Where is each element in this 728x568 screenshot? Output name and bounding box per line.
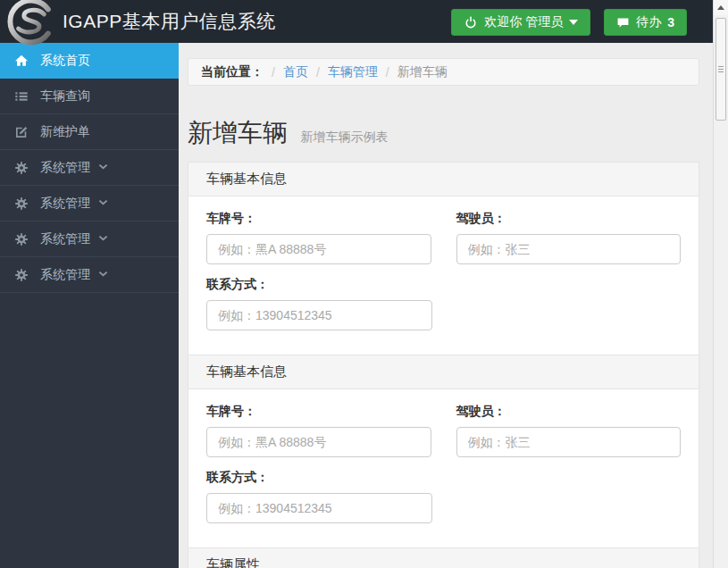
section-body-basic-info-2: 车牌号： 驾驶员： 联系方式： [188,389,699,548]
chevron-down-icon [97,233,109,245]
sidebar-item-vehicle-query[interactable]: 车辆查询 [0,79,179,114]
home-icon [14,54,29,68]
gear-icon [14,196,29,211]
power-icon [464,15,478,29]
breadcrumb-link-home[interactable]: 首页 [283,64,308,80]
breadcrumb: 当前位置： / 首页 / 车辆管理 / 新增车辆 [188,58,699,86]
driver-input[interactable] [456,234,682,264]
section-body-basic-info-1: 车牌号： 驾驶员： 联系方式： [188,196,699,355]
gear-icon [14,232,29,246]
breadcrumb-separator: / [272,65,275,79]
plate-number-label: 车牌号： [206,404,431,420]
section-title-basic-info-1: 车辆基本信息 [188,163,699,196]
gear-icon [14,268,29,282]
form-panel: 车辆基本信息 车牌号： 驾驶员： 联系方式 [188,162,699,568]
todo-count: 3 [667,15,674,29]
welcome-admin-label: 欢迎你 管理员 [484,14,563,30]
sidebar-item-system-admin-4[interactable]: 系统管理 [0,257,179,293]
top-bar: IGAPP基本用户信息系统 欢迎你 管理员 待办 3 [0,0,713,43]
chevron-down-icon [97,162,109,173]
sidebar: 系统首页 车辆查询 新维护单 系统管理 系统管理 系统 [0,43,179,568]
sidebar-item-label: 系统管理 [40,196,90,212]
todo-button[interactable]: 待办 3 [604,9,687,36]
scrollbar-grip-icon [718,66,724,73]
sidebar-item-home[interactable]: 系统首页 [0,43,179,79]
edit-icon [14,125,29,139]
vertical-scrollbar[interactable] [713,0,728,568]
page-subtitle: 新增车辆示例表 [300,129,388,144]
contact-label: 联系方式： [206,470,432,486]
plate-number-label: 车牌号： [206,211,431,227]
gear-icon [14,161,29,175]
driver-label: 驾驶员： [456,404,682,420]
contact-label: 联系方式： [206,277,432,293]
sidebar-item-new-maintenance[interactable]: 新维护单 [0,114,179,150]
page-title: 新增车辆 [188,119,288,146]
sidebar-item-system-admin-3[interactable]: 系统管理 [0,221,179,257]
scrollbar-thumb[interactable] [715,18,726,121]
content-area: 当前位置： / 首页 / 车辆管理 / 新增车辆 新增车辆 新增车辆示例表 车辆… [179,43,713,568]
scrollbar-up-arrow[interactable] [714,0,728,15]
breadcrumb-prefix: 当前位置： [201,64,264,80]
sidebar-item-label: 新维护单 [40,124,90,140]
driver-input-2[interactable] [456,427,682,457]
breadcrumb-separator: / [386,65,389,79]
plate-number-input[interactable] [206,234,431,264]
chat-icon [616,16,630,29]
list-icon [14,89,29,104]
welcome-admin-button[interactable]: 欢迎你 管理员 [451,9,590,36]
sidebar-item-system-admin-2[interactable]: 系统管理 [0,186,179,221]
chevron-down-icon [97,269,109,280]
sidebar-item-label: 系统管理 [40,160,90,176]
chevron-down-icon [97,197,109,209]
contact-input-2[interactable] [206,493,432,523]
sidebar-item-label: 车辆查询 [40,88,90,104]
section-title-vehicle-attributes: 车辆属性 [188,548,699,568]
sidebar-item-label: 系统管理 [40,231,90,247]
breadcrumb-separator: / [316,65,320,79]
driver-label: 驾驶员： [456,211,682,227]
contact-input[interactable] [206,300,432,330]
up-arrow-icon [717,5,724,10]
app-logo-icon [7,0,55,46]
sidebar-item-system-admin-1[interactable]: 系统管理 [0,150,179,186]
breadcrumb-current: 新增车辆 [397,64,448,80]
app-window: IGAPP基本用户信息系统 欢迎你 管理员 待办 3 系统首页 车辆查询 [0,0,713,568]
sidebar-item-label: 系统管理 [40,267,90,283]
breadcrumb-link-vehicle-mgmt[interactable]: 车辆管理 [328,64,378,80]
caret-down-icon [569,20,578,25]
todo-label: 待办 [636,14,661,30]
page-header: 新增车辆 新增车辆示例表 [188,116,699,150]
sidebar-item-label: 系统首页 [40,53,90,69]
app-title: IGAPP基本用户信息系统 [63,9,276,34]
plate-number-input-2[interactable] [206,427,431,457]
section-title-basic-info-2: 车辆基本信息 [188,355,699,389]
